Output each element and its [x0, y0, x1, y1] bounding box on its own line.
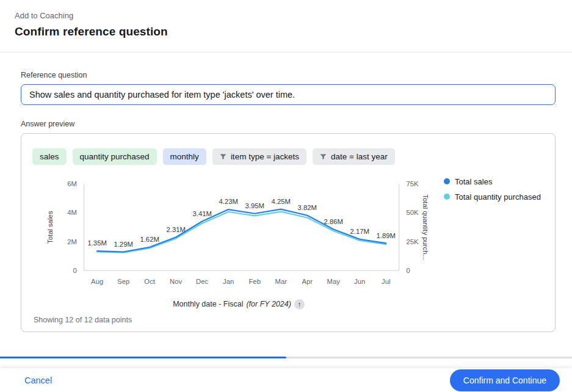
svg-text:Total quantity purch...: Total quantity purch...	[422, 194, 428, 260]
filter-funnel-icon	[320, 153, 327, 160]
progress-fill	[0, 357, 286, 359]
svg-text:6M: 6M	[67, 180, 77, 187]
svg-text:Jul: Jul	[382, 277, 390, 285]
footer: Cancel Confirm and Continue	[0, 368, 572, 392]
xaxis-title-suffix: (for FY 2024)	[246, 300, 291, 308]
svg-text:Nov: Nov	[170, 277, 182, 285]
svg-text:2.17M: 2.17M	[350, 228, 369, 235]
answer-preview-label: Answer preview	[21, 120, 556, 128]
chart-legend: Total salesTotal quantity purchased	[428, 173, 545, 310]
chip-label: monthly	[170, 152, 199, 161]
header: Add to Coaching Confirm reference questi…	[0, 0, 572, 38]
cancel-button[interactable]: Cancel	[24, 376, 52, 385]
main-content: Reference question Answer preview salesq…	[0, 53, 572, 332]
chip-row: salesquantity purchasedmonthlyitem type …	[31, 148, 545, 165]
chip-quantity-purchased[interactable]: quantity purchased	[73, 148, 157, 165]
svg-text:2.31M: 2.31M	[166, 225, 185, 233]
svg-text:Dec: Dec	[196, 277, 208, 285]
svg-text:Feb: Feb	[248, 277, 260, 285]
chart-wrap: 02M4M6M025K50K75KTotal salesTotal quanti…	[31, 173, 428, 310]
xaxis-title-text: Monthly date - Fiscal	[173, 300, 243, 308]
svg-text:Aug: Aug	[91, 277, 103, 285]
svg-text:2.86M: 2.86M	[324, 217, 342, 225]
legend-dot-icon	[444, 194, 450, 200]
svg-text:4.25M: 4.25M	[271, 197, 290, 205]
legend-label: Total sales	[455, 177, 492, 186]
reference-question-input[interactable]	[21, 84, 556, 105]
chart-area: 02M4M6M025K50K75KTotal salesTotal quanti…	[31, 173, 545, 310]
svg-text:0: 0	[407, 267, 410, 274]
legend-item-total-sales[interactable]: Total sales	[444, 177, 545, 186]
answer-preview-card: salesquantity purchasedmonthlyitem type …	[21, 133, 556, 332]
legend-dot-icon	[444, 178, 450, 184]
filter-funnel-icon	[220, 153, 226, 160]
svg-text:0: 0	[73, 267, 77, 274]
chip-sales[interactable]: sales	[32, 148, 67, 165]
legend-label: Total quantity purchased	[455, 192, 541, 201]
progress-bar	[0, 357, 572, 359]
breadcrumb: Add to Coaching	[15, 11, 557, 20]
svg-text:3.82M: 3.82M	[297, 204, 316, 211]
svg-text:4M: 4M	[67, 209, 77, 216]
svg-text:3.95M: 3.95M	[245, 201, 264, 209]
svg-text:Sep: Sep	[117, 277, 129, 285]
sort-ascending-icon[interactable]: ↑	[294, 299, 305, 310]
svg-text:Mar: Mar	[275, 277, 287, 285]
svg-text:Apr: Apr	[302, 277, 313, 285]
svg-text:2M: 2M	[67, 238, 77, 245]
svg-text:25K: 25K	[407, 238, 419, 245]
page-title: Confirm reference question	[15, 25, 557, 38]
svg-text:1.35M: 1.35M	[87, 239, 106, 247]
svg-text:1.89M: 1.89M	[376, 231, 395, 239]
confirm-and-continue-button[interactable]: Confirm and Continue	[450, 369, 560, 391]
svg-text:3.41M: 3.41M	[192, 209, 211, 217]
chip-label: quantity purchased	[80, 152, 150, 161]
chip-label: sales	[40, 152, 59, 161]
chip-label: item type = jackets	[231, 152, 299, 161]
svg-text:1.29M: 1.29M	[114, 240, 132, 247]
svg-text:Oct: Oct	[144, 277, 155, 285]
chip-monthly[interactable]: monthly	[163, 148, 206, 165]
svg-text:Jan: Jan	[223, 277, 234, 285]
chip-label: date = last year	[331, 152, 388, 161]
showing-note: Showing 12 of 12 data points	[31, 316, 545, 324]
chip-item-type-jackets[interactable]: item type = jackets	[212, 148, 306, 165]
svg-text:4.23M: 4.23M	[219, 198, 237, 205]
svg-text:75K: 75K	[407, 180, 419, 187]
xaxis-title: Monthly date - Fiscal (for FY 2024) ↑	[49, 299, 428, 310]
svg-text:1.62M: 1.62M	[140, 236, 159, 243]
reference-question-label: Reference question	[21, 71, 556, 79]
chip-date-last-year[interactable]: date = last year	[313, 148, 395, 165]
svg-text:Total sales: Total sales	[46, 211, 54, 244]
svg-text:50K: 50K	[407, 209, 419, 216]
legend-item-total-quantity-purchased[interactable]: Total quantity purchased	[444, 192, 545, 201]
preview-chart: 02M4M6M025K50K75KTotal salesTotal quanti…	[31, 173, 428, 293]
svg-text:Jun: Jun	[354, 277, 365, 285]
svg-text:May: May	[327, 277, 341, 285]
